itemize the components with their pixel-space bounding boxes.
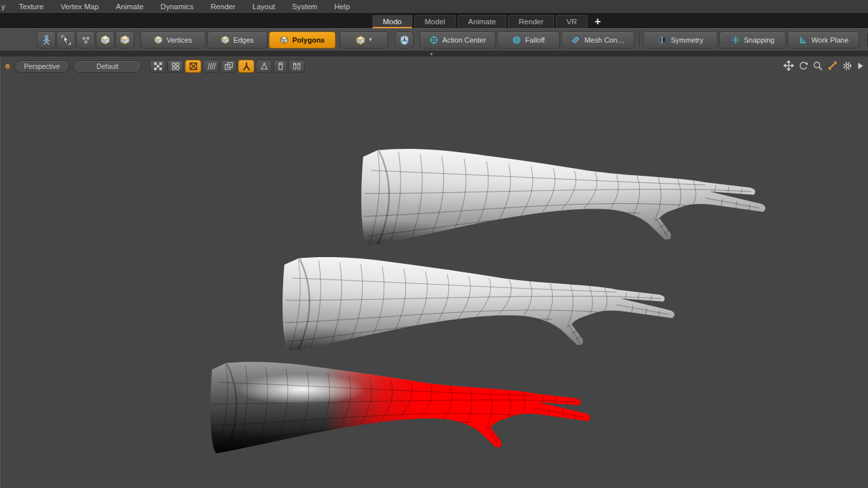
strands-display-button[interactable] <box>203 60 219 73</box>
work-plane-icon <box>799 35 808 45</box>
symmetry-label: Symmetry <box>671 36 703 44</box>
add-tab-button[interactable]: + <box>595 16 601 27</box>
chevron-down-icon: ▾ <box>369 37 372 43</box>
falloff-icon <box>512 35 521 45</box>
actor-icon <box>41 35 52 45</box>
overlay-display-button[interactable] <box>220 60 237 73</box>
figure-icon <box>242 62 251 71</box>
arm-model-selected[interactable] <box>210 362 590 453</box>
edges-mode-button[interactable]: Edges <box>207 31 267 49</box>
auto-select-cursor-icon <box>61 35 71 45</box>
viewport-status-dot[interactable] <box>5 64 10 69</box>
item-selection-dropdown[interactable]: ▾ <box>340 31 388 49</box>
slices-display-button[interactable] <box>288 60 305 73</box>
menu-item-render[interactable]: Render <box>202 3 244 10</box>
overlay-rects-icon <box>224 62 233 71</box>
work-plane-label: Work Plane <box>812 36 849 44</box>
menu-item-texture[interactable]: Texture <box>10 3 52 10</box>
work-plane-button[interactable]: Work Plane <box>787 31 859 49</box>
components-mode-button[interactable] <box>76 31 95 49</box>
cube-mode-button-b[interactable] <box>115 31 134 49</box>
menu-item-vertex-map[interactable]: Vertex Map <box>52 3 107 10</box>
falloff-button[interactable]: Falloff <box>497 31 560 49</box>
polygons-label: Polygons <box>292 36 325 44</box>
snapping-button[interactable]: Snapping <box>719 31 786 49</box>
cylinder-icon <box>277 62 285 71</box>
menu-item-system[interactable]: System <box>284 3 326 10</box>
cage-icon <box>260 62 269 71</box>
shading-style-button[interactable] <box>149 60 166 73</box>
cube-icon <box>221 35 229 44</box>
menu-bar: y Texture Vertex Map Animate Dynamics Re… <box>0 0 868 13</box>
menu-item-animate[interactable]: Animate <box>108 3 152 10</box>
snapping-icon <box>731 35 740 45</box>
action-center-button[interactable]: Action Center <box>420 31 496 49</box>
view-preset-dropdown[interactable]: Default <box>73 60 142 73</box>
polygons-mode-button[interactable]: Polygons <box>269 31 336 49</box>
snapping-label: Snapping <box>744 36 775 44</box>
auto-select-button[interactable] <box>56 31 75 49</box>
viewport-nav-controls <box>783 60 864 71</box>
strands-icon <box>207 62 216 71</box>
cube-mode-button-a[interactable] <box>96 31 115 49</box>
gear-icon[interactable] <box>842 61 852 71</box>
action-center-icon <box>429 35 439 45</box>
rotate-icon[interactable] <box>799 61 808 71</box>
camera-type-dropdown[interactable]: Perspective <box>14 60 69 73</box>
menu-item-layout[interactable]: Layout <box>244 3 284 10</box>
cube-icon <box>100 35 110 45</box>
menu-item-dynamics[interactable]: Dynamics <box>152 3 202 10</box>
modo-window: y Texture Vertex Map Animate Dynamics Re… <box>0 0 868 488</box>
arm-model-middle[interactable] <box>283 257 675 352</box>
action-center-label: Action Center <box>443 36 486 44</box>
zoom-icon[interactable] <box>813 61 823 71</box>
quad-circles-icon <box>171 62 180 71</box>
figure-display-button[interactable] <box>238 60 254 73</box>
symmetry-icon <box>658 35 667 45</box>
symmetry-button[interactable]: Symmetry <box>643 31 718 49</box>
items-mode-button[interactable] <box>37 31 56 49</box>
play-icon[interactable] <box>857 62 864 70</box>
mesh-constraint-label: Mesh Con… <box>584 36 624 44</box>
selection-display-button[interactable] <box>185 60 201 73</box>
tab-render[interactable]: Render <box>508 15 554 28</box>
arm-model-top[interactable] <box>361 149 765 246</box>
vertices-mode-button[interactable]: Vertices <box>140 31 206 49</box>
cylinders-icon <box>292 62 302 71</box>
layout-tab-bar: Modo Model Animate Render VR + <box>0 13 868 28</box>
cube-icon <box>280 35 288 44</box>
tab-model[interactable]: Model <box>414 15 456 28</box>
main-toolbar: Vertices Edges Polygons <box>0 28 868 51</box>
cube-icon <box>356 35 365 45</box>
mesh-constraint-button[interactable]: Mesh Con… <box>561 31 635 49</box>
viewport-canvas[interactable] <box>1 56 868 488</box>
action-axis-button[interactable] <box>395 31 414 49</box>
selected-box-icon <box>189 62 198 71</box>
menu-item-partial[interactable]: y <box>0 3 10 10</box>
menu-item-help[interactable]: Help <box>326 3 359 10</box>
cube-icon <box>120 35 130 45</box>
pan-icon[interactable] <box>783 60 794 71</box>
falloff-label: Falloff <box>525 36 545 44</box>
slice-display-button[interactable] <box>273 60 287 73</box>
cage-display-button[interactable] <box>256 60 272 73</box>
viewport-header: Perspective Default <box>1 60 868 73</box>
tab-modo[interactable]: Modo <box>372 15 412 28</box>
tab-vr[interactable]: VR <box>556 15 587 28</box>
vertex-display-button[interactable] <box>167 60 184 73</box>
toolbar-separator <box>639 33 640 47</box>
edges-label: Edges <box>233 36 254 44</box>
viewport-3d: Perspective Default <box>0 56 868 488</box>
axes-shield-icon <box>399 35 410 45</box>
maximize-icon[interactable] <box>827 60 838 71</box>
vertices-label: Vertices <box>167 36 192 44</box>
cube-icon <box>154 35 163 44</box>
mesh-constraint-icon <box>571 35 580 45</box>
tab-animate[interactable]: Animate <box>458 15 506 28</box>
components-icon <box>81 35 91 45</box>
checker-icon <box>153 62 163 71</box>
